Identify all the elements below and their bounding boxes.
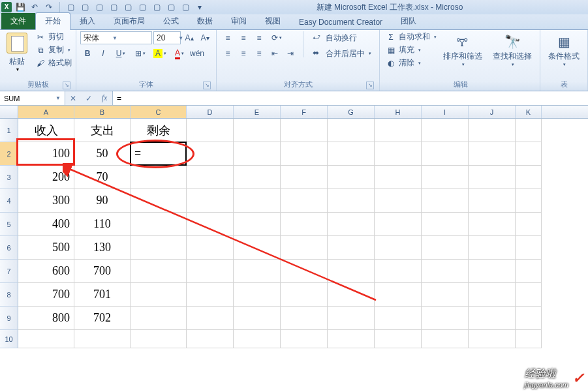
align-center-button[interactable]: ≡ xyxy=(236,47,251,60)
insert-function-button[interactable]: fx xyxy=(97,93,112,103)
cell-K1[interactable] xyxy=(516,119,542,142)
col-header-J[interactable]: J xyxy=(469,106,516,118)
cell-H3[interactable] xyxy=(375,166,422,189)
cell-D5[interactable] xyxy=(187,213,234,236)
cell-E9[interactable] xyxy=(234,307,281,330)
cell-E8[interactable] xyxy=(234,283,281,307)
cell-H9[interactable] xyxy=(375,307,422,330)
cell-G8[interactable] xyxy=(328,283,375,307)
file-tab[interactable]: 文件 xyxy=(1,13,35,29)
cell-E1[interactable] xyxy=(234,119,281,142)
row-header-4[interactable]: 4 xyxy=(0,189,18,213)
cell-B6[interactable]: 130 xyxy=(74,236,131,260)
cancel-formula-button[interactable]: ✕ xyxy=(65,94,81,103)
autosum-button[interactable]: Σ自动求和▾ xyxy=(386,31,437,42)
cell-F2[interactable] xyxy=(281,142,328,166)
cell-H1[interactable] xyxy=(375,119,422,142)
italic-button[interactable]: I xyxy=(96,47,110,60)
row-header-2[interactable]: 2 xyxy=(0,142,18,166)
cell-J2[interactable] xyxy=(469,142,516,166)
indent-decrease-button[interactable]: ⇤ xyxy=(268,47,282,60)
cell-I1[interactable] xyxy=(422,119,469,142)
cell-F5[interactable] xyxy=(281,213,328,236)
font-name-select[interactable]: 宋体▼ xyxy=(80,31,152,44)
cell-E5[interactable] xyxy=(234,213,281,236)
cell-A7[interactable]: 600 xyxy=(18,260,74,283)
cell-D9[interactable] xyxy=(187,307,234,330)
cell-C1[interactable]: 剩余 xyxy=(131,119,187,142)
cell-D6[interactable] xyxy=(187,236,234,260)
cell-J1[interactable] xyxy=(469,119,516,142)
font-color-button[interactable]: A▾ xyxy=(170,47,189,60)
dialog-launcher-icon[interactable]: ↘ xyxy=(203,82,211,89)
cell-F7[interactable] xyxy=(281,260,328,283)
col-header-G[interactable]: G xyxy=(328,106,375,118)
cell-F1[interactable] xyxy=(281,119,328,142)
cell-B10[interactable] xyxy=(74,330,131,348)
cell-D8[interactable] xyxy=(187,283,234,307)
cell-K4[interactable] xyxy=(516,189,542,213)
qat-icon-2[interactable]: ▢ xyxy=(79,1,91,13)
tab-page-layout[interactable]: 页面布局 xyxy=(104,13,154,29)
cell-D4[interactable] xyxy=(187,189,234,213)
cell-D1[interactable] xyxy=(187,119,234,142)
cell-E10[interactable] xyxy=(234,330,281,348)
cell-H6[interactable] xyxy=(375,236,422,260)
cell-I4[interactable] xyxy=(422,189,469,213)
dialog-launcher-icon[interactable]: ↘ xyxy=(63,82,70,89)
copy-button[interactable]: ⧉复制▾ xyxy=(35,44,72,55)
cell-K5[interactable] xyxy=(516,213,542,236)
tab-easy-document-creator[interactable]: Easy Document Creator xyxy=(290,15,392,29)
paste-button[interactable]: 粘贴 ▼ xyxy=(4,31,30,73)
cell-K7[interactable] xyxy=(516,260,542,283)
cell-G4[interactable] xyxy=(328,189,375,213)
tab-review[interactable]: 审阅 xyxy=(222,13,256,29)
cell-I5[interactable] xyxy=(422,213,469,236)
col-header-I[interactable]: I xyxy=(422,106,469,118)
col-header-D[interactable]: D xyxy=(187,106,234,118)
fill-button[interactable]: ▦填充▾ xyxy=(386,44,437,55)
increase-font-button[interactable]: A▴ xyxy=(182,31,196,44)
cell-G5[interactable] xyxy=(328,213,375,236)
tab-view[interactable]: 视图 xyxy=(256,13,290,29)
qat-icon-9[interactable]: ▢ xyxy=(179,1,191,13)
cell-A1[interactable]: 收入 xyxy=(18,119,74,142)
cell-H10[interactable] xyxy=(375,330,422,348)
cell-G7[interactable] xyxy=(328,260,375,283)
cell-B5[interactable]: 110 xyxy=(74,213,131,236)
cell-A3[interactable]: 200 xyxy=(18,166,74,189)
cell-C3[interactable] xyxy=(131,166,187,189)
cell-F10[interactable] xyxy=(281,330,328,348)
col-header-B[interactable]: B xyxy=(74,106,131,118)
cell-F6[interactable] xyxy=(281,236,328,260)
qat-icon-6[interactable]: ▢ xyxy=(136,1,148,13)
cell-F8[interactable] xyxy=(281,283,328,307)
cell-B1[interactable]: 支出 xyxy=(74,119,131,142)
cell-J6[interactable] xyxy=(469,236,516,260)
cell-K3[interactable] xyxy=(516,166,542,189)
cell-J5[interactable] xyxy=(469,213,516,236)
wrap-text-button[interactable]: ⮐自动换行 xyxy=(309,31,375,44)
tab-insert[interactable]: 插入 xyxy=(70,13,104,29)
underline-button[interactable]: U▾ xyxy=(112,47,130,60)
cell-A10[interactable] xyxy=(18,330,74,348)
align-left-button[interactable]: ≡ xyxy=(221,47,235,60)
cell-C6[interactable] xyxy=(131,236,187,260)
orientation-button[interactable]: ⟳▾ xyxy=(268,31,286,44)
cell-A8[interactable]: 700 xyxy=(18,283,74,307)
cell-C10[interactable] xyxy=(131,330,187,348)
cell-E4[interactable] xyxy=(234,189,281,213)
fill-color-button[interactable]: A▾ xyxy=(151,47,169,60)
cut-button[interactable]: ✂剪切 xyxy=(35,31,72,42)
cell-A4[interactable]: 300 xyxy=(18,189,74,213)
align-middle-button[interactable]: ≡ xyxy=(236,31,251,44)
cell-J9[interactable] xyxy=(469,307,516,330)
clear-button[interactable]: ◐清除▾ xyxy=(386,57,437,68)
formula-input[interactable]: = xyxy=(113,91,588,105)
cell-A9[interactable]: 800 xyxy=(18,307,74,330)
col-header-E[interactable]: E xyxy=(234,106,281,118)
qat-icon-4[interactable]: ▢ xyxy=(108,1,119,13)
conditional-format-button[interactable]: ▦ 条件格式 ▾ xyxy=(544,31,583,68)
format-painter-button[interactable]: 🖌格式刷 xyxy=(35,57,72,68)
phonetic-button[interactable]: wén xyxy=(190,47,204,60)
